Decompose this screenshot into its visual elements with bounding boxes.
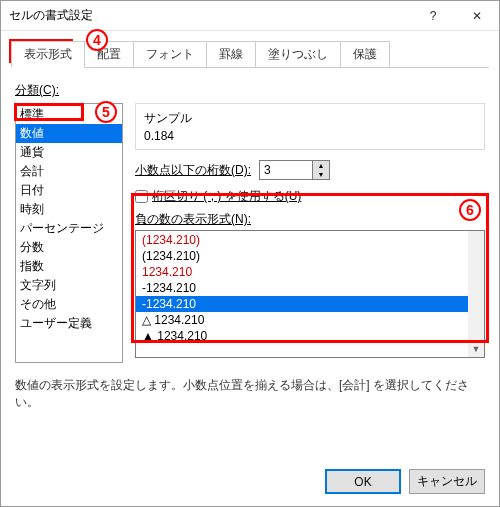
tab-border[interactable]: 罫線 [206, 41, 256, 68]
help-icon: ? [430, 9, 437, 23]
help-button[interactable]: ? [411, 1, 455, 31]
separator-checkbox[interactable] [135, 190, 148, 203]
cancel-button[interactable]: キャンセル [409, 469, 485, 494]
tab-strip: 表示形式 配置 フォント 罫線 塗りつぶし 保護 [1, 31, 499, 68]
decimal-row: 小数点以下の桁数(D): ▲ ▼ [135, 160, 485, 180]
tab-number-format[interactable]: 表示形式 [11, 41, 85, 68]
neg-scrollbar[interactable]: ▼ [468, 231, 484, 357]
button-row: OK キャンセル [325, 469, 485, 494]
separator-label[interactable]: 桁区切り ( , ) を使用する(U) [152, 188, 301, 205]
spin-down-icon[interactable]: ▼ [313, 170, 329, 179]
cat-custom[interactable]: ユーザー定義 [16, 314, 122, 333]
cat-currency[interactable]: 通貨 [16, 143, 122, 162]
ok-button[interactable]: OK [325, 469, 401, 494]
tab-protection[interactable]: 保護 [340, 41, 390, 68]
tab-fill[interactable]: 塗りつぶし [255, 41, 341, 68]
negative-listbox[interactable]: (1234.210) (1234.210) 1234.210 -1234.210… [135, 230, 485, 358]
category-listbox[interactable]: 標準 数値 通貨 会計 日付 時刻 パーセンテージ 分数 指数 文字列 その他 … [15, 103, 123, 363]
neg-item-6[interactable]: ▲ 1234.210 [136, 328, 484, 344]
cat-text[interactable]: 文字列 [16, 276, 122, 295]
sample-box: サンプル 0.184 [135, 103, 485, 150]
category-label: 分類(C): [15, 82, 485, 99]
main-row: 標準 数値 通貨 会計 日付 時刻 パーセンテージ 分数 指数 文字列 その他 … [15, 103, 485, 363]
sample-value: 0.184 [144, 129, 476, 143]
close-button[interactable]: ✕ [455, 1, 499, 31]
cat-date[interactable]: 日付 [16, 181, 122, 200]
decimal-spinner[interactable]: ▲ ▼ [259, 160, 330, 180]
settings-panel: サンプル 0.184 小数点以下の桁数(D): ▲ ▼ 桁区切り [123, 103, 485, 363]
cat-accounting[interactable]: 会計 [16, 162, 122, 181]
neg-item-0[interactable]: (1234.210) [136, 232, 484, 248]
separator-row: 桁区切り ( , ) を使用する(U) [135, 188, 485, 205]
cat-scientific[interactable]: 指数 [16, 257, 122, 276]
sample-label: サンプル [144, 110, 476, 127]
cat-time[interactable]: 時刻 [16, 200, 122, 219]
close-icon: ✕ [472, 9, 482, 23]
tab-font[interactable]: フォント [133, 41, 207, 68]
neg-item-5[interactable]: △ 1234.210 [136, 312, 484, 328]
neg-item-4[interactable]: -1234.210 [136, 296, 484, 312]
neg-item-1[interactable]: (1234.210) [136, 248, 484, 264]
cat-fraction[interactable]: 分数 [16, 238, 122, 257]
tab-content: 分類(C): 標準 数値 通貨 会計 日付 時刻 パーセンテージ 分数 指数 文… [1, 68, 499, 421]
help-text: 数値の表示形式を設定します。小数点位置を揃える場合は、[会計] を選択してくださ… [15, 377, 485, 411]
spin-buttons: ▲ ▼ [313, 160, 330, 180]
decimal-label: 小数点以下の桁数(D): [135, 162, 251, 179]
cat-percentage[interactable]: パーセンテージ [16, 219, 122, 238]
title-bar: セルの書式設定 ? ✕ [1, 1, 499, 31]
cat-special[interactable]: その他 [16, 295, 122, 314]
scroll-down-icon[interactable]: ▼ [468, 341, 484, 357]
cat-number[interactable]: 数値 [16, 124, 122, 143]
title-text: セルの書式設定 [9, 7, 411, 24]
cat-general[interactable]: 標準 [16, 105, 122, 124]
tab-alignment[interactable]: 配置 [84, 41, 134, 68]
spin-up-icon[interactable]: ▲ [313, 161, 329, 170]
decimal-input[interactable] [259, 160, 313, 180]
negative-label: 負の数の表示形式(N): [135, 211, 485, 228]
neg-item-2[interactable]: 1234.210 [136, 264, 484, 280]
format-cells-dialog: セルの書式設定 ? ✕ 表示形式 配置 フォント 罫線 塗りつぶし 保護 分類(… [0, 0, 500, 507]
neg-item-3[interactable]: -1234.210 [136, 280, 484, 296]
